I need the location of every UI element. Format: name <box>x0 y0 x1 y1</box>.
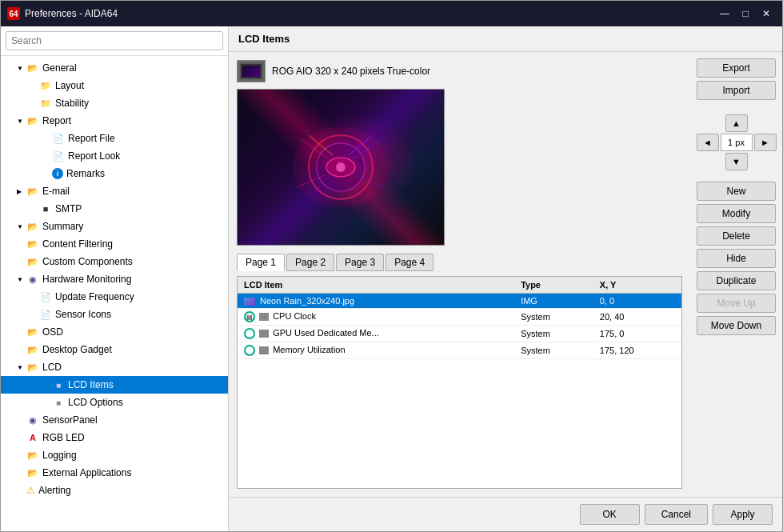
page-tabs: Page 1 Page 2 Page 3 Page 4 <box>237 254 682 271</box>
table-cell-xy: 175, 0 <box>593 326 681 342</box>
px-input[interactable] <box>721 134 753 151</box>
sidebar-item-label: Alerting <box>38 485 71 496</box>
delete-button[interactable]: Delete <box>697 226 776 246</box>
col-type: Type <box>514 277 593 294</box>
folder-icon: 📁 <box>39 97 52 110</box>
sidebar-item-lcd[interactable]: ▼ 📂 LCD <box>1 358 228 376</box>
bar-icon <box>259 346 269 354</box>
table-cell-xy: 20, 40 <box>593 309 681 326</box>
folder-icon: 📂 <box>26 361 39 374</box>
sidebar-item-smtp[interactable]: ■ SMTP <box>1 200 228 218</box>
spacer2 <box>697 174 776 178</box>
sidebar-item-rgb-led[interactable]: A RGB LED <box>1 429 228 446</box>
sidebar-item-logging[interactable]: 📂 Logging <box>1 446 228 464</box>
tree: ▼ 📂 General 📁 Layout 📁 Stability ▼ 📂 <box>1 56 228 531</box>
move-down-button[interactable]: Move Down <box>697 316 776 335</box>
sidebar-item-label: LCD <box>42 362 62 373</box>
hide-button[interactable]: Hide <box>697 249 776 268</box>
arrow-left-button[interactable]: ◄ <box>697 134 719 151</box>
tab-page4[interactable]: Page 4 <box>386 254 433 271</box>
arrow-up-button[interactable]: ▲ <box>725 114 748 132</box>
sidebar-item-sensor-panel[interactable]: ◉ SensorPanel <box>1 411 228 429</box>
table-row[interactable]: ▤ CPU Clock System 20, 40 <box>238 309 681 326</box>
sidebar-item-label: LCD Options <box>68 397 123 408</box>
sidebar-item-desktop-gadget[interactable]: 📂 Desktop Gadget <box>1 341 228 358</box>
chevron-icon: ▼ <box>17 65 25 72</box>
folder-icon: 📂 <box>26 220 39 233</box>
chevron-icon: ▼ <box>17 276 25 283</box>
minimize-button[interactable]: — <box>715 6 734 22</box>
sidebar-item-summary[interactable]: ▼ 📂 Summary <box>1 218 228 235</box>
lcd-image-container <box>237 89 445 246</box>
sidebar-item-hardware-monitoring[interactable]: ▼ ◉ Hardware Monitoring <box>1 270 228 288</box>
doc-icon: 📄 <box>39 290 52 303</box>
sidebar-item-label: Hardware Monitoring <box>42 274 131 285</box>
sidebar-item-report-file[interactable]: 📄 Report File <box>1 130 228 147</box>
info-icon: i <box>52 168 63 179</box>
search-input[interactable] <box>6 31 223 50</box>
table-cell-type: System <box>514 342 593 359</box>
table-cell-name: GPU Used Dedicated Me... <box>238 326 514 342</box>
sidebar-item-update-frequency[interactable]: 📄 Update Frequency <box>1 288 228 306</box>
bar-icon <box>259 330 269 338</box>
app-icon: 64 <box>7 7 20 20</box>
table-row[interactable]: GPU Used Dedicated Me... System 175, 0 <box>238 326 681 342</box>
sidebar-item-general[interactable]: ▼ 📂 General <box>1 59 228 77</box>
doc-icon: 📄 <box>52 132 65 145</box>
sidebar-item-report[interactable]: ▼ 📂 Report <box>1 112 228 130</box>
sidebar-item-label: Content Filtering <box>42 238 113 250</box>
chevron-icon: ▼ <box>17 223 25 230</box>
sidebar-item-email[interactable]: ▶ 📂 E-mail <box>1 182 228 200</box>
sidebar-item-report-look[interactable]: 📄 Report Look <box>1 147 228 165</box>
sidebar-item-lcd-items[interactable]: ■ LCD Items <box>1 376 228 394</box>
sidebar-item-custom-components[interactable]: 📂 Custom Components <box>1 253 228 270</box>
sidebar-item-label: Desktop Gadget <box>42 344 112 355</box>
preferences-window: 64 Preferences - AIDA64 — □ ✕ ▼ 📂 Genera… <box>0 0 783 532</box>
panel-body: ROG AIO 320 x 240 pixels True-color <box>229 52 782 497</box>
table-row[interactable]: Memory Utilization System 175, 120 <box>238 342 681 359</box>
sidebar-item-lcd-options[interactable]: ■ LCD Options <box>1 394 228 411</box>
sys-icon: ▤ <box>244 311 255 322</box>
apply-button[interactable]: Apply <box>713 504 773 525</box>
maximize-button[interactable]: □ <box>736 6 755 22</box>
sidebar-item-label: SensorPanel <box>42 414 98 426</box>
tab-page3[interactable]: Page 3 <box>336 254 384 271</box>
arrow-down-button[interactable]: ▼ <box>725 153 748 170</box>
folder-icon: 📂 <box>26 466 39 479</box>
import-button[interactable]: Import <box>697 81 776 100</box>
tab-page2[interactable]: Page 2 <box>286 254 334 271</box>
sidebar-item-osd[interactable]: 📂 OSD <box>1 323 228 341</box>
sidebar-item-label: Layout <box>55 80 84 91</box>
cancel-button[interactable]: Cancel <box>645 504 708 525</box>
lcd-table: LCD Item Type X, Y Neon Rain_320x240.jpg <box>238 277 681 359</box>
sys-icon <box>244 328 255 339</box>
doc-icon: ■ <box>52 396 65 409</box>
ok-button[interactable]: OK <box>580 504 640 525</box>
device-name: ROG AIO 320 x 240 pixels True-color <box>272 66 430 77</box>
export-button[interactable]: Export <box>697 58 776 78</box>
table-row[interactable]: Neon Rain_320x240.jpg IMG 0, 0 <box>238 294 681 309</box>
folder-icon: 📂 <box>26 255 39 268</box>
sidebar-item-external-applications[interactable]: 📂 External Applications <box>1 464 228 482</box>
move-up-button[interactable]: Move Up <box>697 294 776 313</box>
close-button[interactable]: ✕ <box>757 6 776 22</box>
arrow-right-button[interactable]: ► <box>754 134 777 151</box>
sidebar-item-stability[interactable]: 📁 Stability <box>1 94 228 112</box>
warning-icon: ⚠ <box>26 485 35 496</box>
right-buttons-panel: Export Import ▲ ◄ ► <box>690 52 782 497</box>
sidebar-item-layout[interactable]: 📁 Layout <box>1 77 228 94</box>
sidebar-item-sensor-icons[interactable]: 📄 Sensor Icons <box>1 306 228 323</box>
arrow-down-row: ▼ <box>725 153 748 170</box>
folder-icon: 📂 <box>26 343 39 356</box>
duplicate-button[interactable]: Duplicate <box>697 271 776 290</box>
sidebar-item-content-filtering[interactable]: 📂 Content Filtering <box>1 235 228 253</box>
arrow-middle-row: ◄ ► <box>697 134 777 151</box>
tab-page1[interactable]: Page 1 <box>237 254 285 271</box>
folder-icon: 📂 <box>26 238 39 250</box>
modify-button[interactable]: Modify <box>697 204 776 223</box>
sidebar-item-alerting[interactable]: ⚠ Alerting <box>1 482 228 499</box>
sidebar-item-remarks[interactable]: i Remarks <box>1 165 228 182</box>
panel-header: LCD Items <box>229 26 782 52</box>
rog-logo-svg <box>285 123 397 211</box>
new-button[interactable]: New <box>697 182 776 201</box>
